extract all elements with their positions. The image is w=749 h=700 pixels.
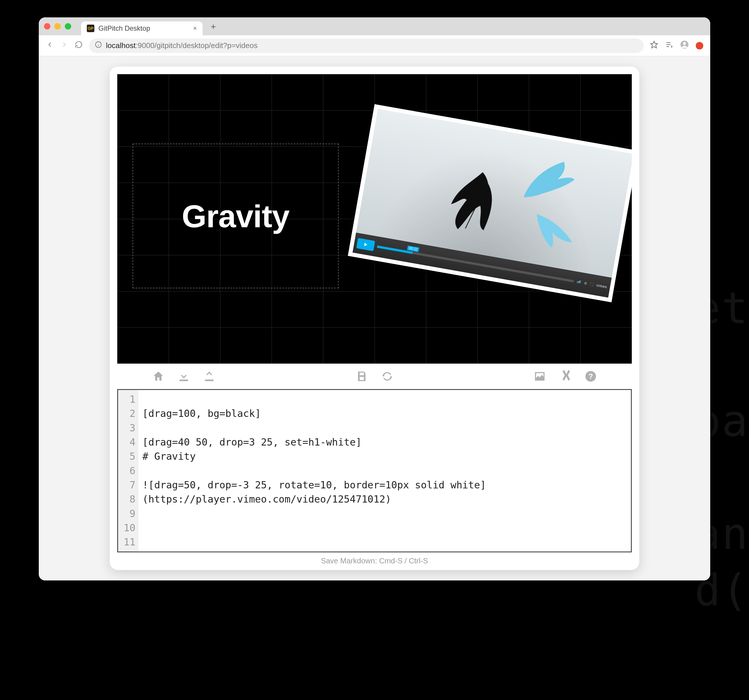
window-zoom-button[interactable]: [65, 23, 71, 29]
svg-point-8: [683, 42, 686, 45]
video-fullscreen-icon[interactable]: ⛶: [590, 282, 593, 287]
slide-title-box: Gravity: [133, 144, 338, 288]
feather-blue-2: [522, 204, 586, 257]
url-input[interactable]: localhost:9000/gitpitch/desktop/edit?p=v…: [89, 38, 644, 53]
nav-forward-icon: [60, 41, 68, 51]
video-volume-icon[interactable]: [576, 279, 582, 285]
video-settings-icon[interactable]: ⚙: [584, 281, 587, 286]
url-host: localhost: [106, 41, 136, 50]
markdown-editor[interactable]: 1 2 3 4 5 6 7 8 9 10 11 [drag=100, bg=bl…: [117, 389, 632, 552]
editor-code[interactable]: [drag=100, bg=black] [drag=40 50, drop=3…: [138, 390, 631, 551]
svg-rect-15: [580, 280, 581, 283]
video-progress-bar[interactable]: 00:22: [377, 245, 574, 283]
reading-list-icon[interactable]: [665, 41, 673, 51]
video-play-button[interactable]: [356, 238, 375, 251]
save-button[interactable]: [355, 370, 368, 383]
slide-preview[interactable]: Gravity: [117, 74, 632, 364]
editor-gutter: 1 2 3 4 5 6 7 8 9 10 11: [118, 390, 138, 551]
new-tab-button[interactable]: ＋: [209, 21, 218, 32]
editor-toolbar: ?: [117, 364, 632, 389]
svg-rect-12: [577, 281, 578, 283]
refresh-button[interactable]: [381, 370, 394, 383]
svg-rect-13: [578, 281, 579, 283]
video-thumbnail: 00:22 ⚙ ⛶ vimeo: [353, 109, 632, 297]
tab-close-icon[interactable]: ×: [193, 25, 197, 32]
download-button[interactable]: [177, 370, 190, 383]
bookmark-star-icon[interactable]: [650, 41, 658, 51]
url-port: :9000: [136, 41, 154, 50]
snippets-button[interactable]: [559, 370, 572, 383]
window-minimize-button[interactable]: [54, 23, 61, 29]
feather-black: [436, 163, 519, 242]
svg-text:?: ?: [588, 372, 593, 380]
home-button[interactable]: [152, 370, 165, 383]
browser-viewport: Gravity: [39, 56, 710, 581]
profile-avatar-icon[interactable]: [680, 40, 689, 51]
svg-rect-14: [579, 280, 580, 283]
nav-reload-icon[interactable]: [75, 41, 83, 51]
svg-marker-3: [651, 41, 657, 48]
svg-marker-11: [364, 243, 368, 247]
app-card: Gravity: [110, 67, 639, 570]
site-info-icon[interactable]: [95, 41, 102, 50]
feather-blue-1: [509, 149, 585, 212]
window-close-button[interactable]: [44, 23, 50, 29]
tab-favicon: GP: [87, 25, 94, 32]
status-hint: Save Markdown: Cmd-S / Ctrl-S: [117, 552, 632, 566]
image-button[interactable]: [533, 370, 546, 383]
video-provider-label: vimeo: [596, 283, 607, 289]
address-bar: localhost:9000/gitpitch/desktop/edit?p=v…: [39, 35, 710, 56]
upload-button[interactable]: [203, 370, 216, 383]
tab-title: GitPitch Desktop: [98, 25, 150, 32]
extension-badge-icon[interactable]: [696, 42, 703, 49]
slide-video-frame[interactable]: 00:22 ⚙ ⛶ vimeo: [348, 104, 632, 303]
browser-window: GP GitPitch Desktop × ＋ localho: [39, 17, 710, 581]
browser-tab[interactable]: GP GitPitch Desktop ×: [81, 21, 203, 35]
tab-strip: GP GitPitch Desktop × ＋: [39, 17, 710, 35]
url-path: /gitpitch/desktop/edit?p=videos: [154, 41, 258, 50]
window-controls: [44, 23, 71, 29]
nav-back-icon[interactable]: [46, 41, 54, 51]
help-button[interactable]: ?: [584, 370, 597, 383]
slide-title: Gravity: [182, 198, 289, 234]
